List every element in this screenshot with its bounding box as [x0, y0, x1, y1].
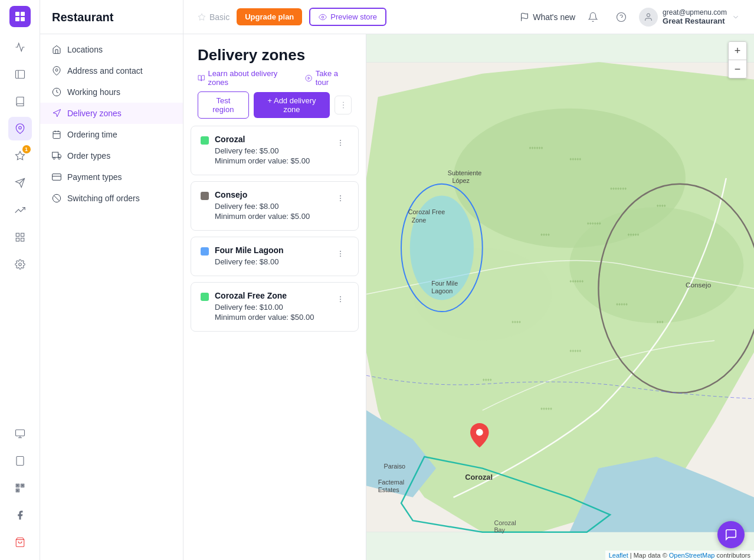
favorites-badge: 1: [22, 145, 31, 153]
svg-rect-1: [21, 12, 25, 16]
sidebar-item-delivery-zones[interactable]: Delivery zones: [40, 103, 183, 124]
svg-point-71: [340, 301, 341, 302]
svg-marker-7: [15, 152, 24, 160]
map-controls: + −: [728, 41, 747, 78]
svg-text:Estates: Estates: [378, 486, 400, 493]
svg-text:Consejo: Consejo: [686, 281, 712, 289]
user-details: great@upmenu.com Great Restaurant: [663, 8, 727, 25]
svg-point-69: [340, 296, 341, 297]
sidebar-item-payment-types[interactable]: Payment types: [40, 166, 183, 188]
zone-card[interactable]: Consejo Delivery fee: $8.00 Minimum orde…: [191, 181, 359, 231]
zone-delivery-fee: Delivery fee: $10.00: [215, 303, 326, 312]
page-header: Delivery zones Learn about delivery zone…: [183, 34, 366, 126]
flag-icon: [520, 12, 529, 22]
svg-point-97: [476, 429, 483, 436]
sidebar-item-switching-orders[interactable]: Switching off orders: [40, 188, 183, 209]
tour-link[interactable]: Take a tour: [305, 69, 352, 87]
zone-menu-button[interactable]: [332, 135, 349, 151]
svg-rect-0: [15, 12, 19, 16]
ellipsis-icon: [336, 250, 345, 258]
svg-text:♦♦♦♦: ♦♦♦♦: [540, 232, 550, 237]
integrations-nav[interactable]: [8, 225, 32, 249]
star-plan-icon: [198, 13, 206, 21]
svg-text:Corozal Free: Corozal Free: [408, 208, 445, 215]
settings-nav[interactable]: [8, 253, 32, 276]
svg-text:Four Mile: Four Mile: [431, 280, 458, 287]
svg-point-52: [617, 12, 626, 21]
svg-point-55: [306, 75, 312, 81]
left-panel: Delivery zones Learn about delivery zone…: [183, 34, 366, 560]
svg-point-63: [340, 195, 341, 197]
locations-nav[interactable]: [8, 117, 32, 140]
marketing-nav[interactable]: [8, 171, 32, 195]
svg-point-59: [343, 107, 343, 108]
zone-card[interactable]: Corozal Free Zone Delivery fee: $10.00 M…: [191, 282, 359, 332]
qr-nav[interactable]: [8, 476, 32, 500]
sidebar-item-locations[interactable]: Locations: [40, 39, 183, 60]
zone-color-swatch: [201, 136, 209, 145]
sidebar-label-ordering-time: Ordering time: [67, 130, 117, 139]
svg-text:♦♦♦♦: ♦♦♦♦: [657, 203, 666, 208]
growth-nav[interactable]: [8, 198, 32, 222]
whats-new-button[interactable]: What's new: [520, 12, 575, 22]
zone-delivery-fee: Delivery fee: $5.00: [215, 146, 326, 155]
monitor-nav[interactable]: [8, 422, 32, 446]
sidebar-item-address[interactable]: Address and contact: [40, 60, 183, 81]
menu-nav[interactable]: [8, 90, 32, 113]
page-title: Delivery zones: [198, 46, 352, 64]
zone-info: Corozal Delivery fee: $5.00 Minimum orde…: [215, 135, 326, 166]
svg-marker-49: [198, 14, 205, 20]
bag-nav[interactable]: [8, 530, 32, 554]
sidebar-label-delivery-zones: Delivery zones: [67, 109, 122, 118]
svg-text:♦♦♦♦♦: ♦♦♦♦♦: [628, 232, 640, 237]
svg-text:Lagoon: Lagoon: [431, 287, 453, 294]
test-region-button[interactable]: Test region: [198, 91, 249, 119]
preview-button[interactable]: Preview store: [309, 8, 386, 26]
zone-color-swatch: [201, 192, 209, 200]
chat-button[interactable]: [717, 521, 745, 548]
learn-link[interactable]: Learn about delivery zones: [198, 69, 296, 87]
orders-nav[interactable]: [8, 63, 32, 86]
plan-label: Basic: [209, 12, 230, 22]
help-button[interactable]: [611, 6, 632, 28]
zoom-out-button[interactable]: −: [729, 60, 746, 78]
zone-info: Corozal Free Zone Delivery fee: $10.00 M…: [215, 291, 326, 323]
svg-text:♦♦♦: ♦♦♦: [657, 319, 664, 325]
zone-name: Four Mile Lagoon: [215, 245, 326, 255]
notifications-button[interactable]: [582, 6, 604, 28]
user-menu[interactable]: great@upmenu.com Great Restaurant: [639, 8, 740, 27]
svg-text:♦♦♦♦♦: ♦♦♦♦♦: [616, 302, 628, 307]
svg-text:♦♦♦♦♦♦: ♦♦♦♦♦♦: [529, 145, 543, 150]
user-avatar: [639, 8, 658, 27]
svg-text:Corozal: Corozal: [494, 519, 516, 526]
zone-menu-button[interactable]: [332, 245, 349, 262]
leaflet-link[interactable]: Leaflet: [609, 552, 628, 559]
sidebar-item-order-types[interactable]: Order types: [40, 145, 183, 166]
zone-menu-button[interactable]: [332, 291, 349, 307]
svg-rect-4: [15, 70, 24, 78]
svg-text:♦♦♦♦♦♦: ♦♦♦♦♦♦: [569, 279, 583, 284]
favorites-nav[interactable]: 1: [8, 144, 32, 168]
svg-rect-3: [21, 17, 25, 21]
zone-card[interactable]: Corozal Delivery fee: $5.00 Minimum orde…: [191, 126, 359, 175]
map-area[interactable]: Subteniente López Corozal Free Zone Four…: [366, 34, 754, 560]
sidebar-label-working-hours: Working hours: [67, 87, 120, 97]
zone-min-order: Minimum order value: $5.00: [215, 212, 326, 221]
facebook-nav[interactable]: [8, 503, 32, 527]
add-zone-button[interactable]: + Add delivery zone: [254, 92, 330, 118]
more-options-button[interactable]: [335, 96, 352, 114]
analytics-nav[interactable]: [8, 35, 32, 59]
zone-menu-button[interactable]: [332, 190, 349, 207]
svg-point-61: [340, 142, 341, 143]
osm-link[interactable]: OpenStreetMap: [669, 552, 715, 559]
tablet-nav[interactable]: [8, 449, 32, 473]
svg-rect-13: [15, 430, 24, 436]
app-logo[interactable]: [9, 6, 31, 27]
svg-point-50: [322, 16, 324, 18]
zoom-in-button[interactable]: +: [729, 42, 746, 60]
more-vertical-icon: [339, 100, 348, 110]
sidebar-item-ordering-time[interactable]: Ordering time: [40, 124, 183, 145]
upgrade-button[interactable]: Upgrade plan: [237, 8, 302, 25]
zone-card[interactable]: Four Mile Lagoon Delivery fee: $8.00: [191, 237, 359, 276]
sidebar-item-working-hours[interactable]: Working hours: [40, 81, 183, 103]
